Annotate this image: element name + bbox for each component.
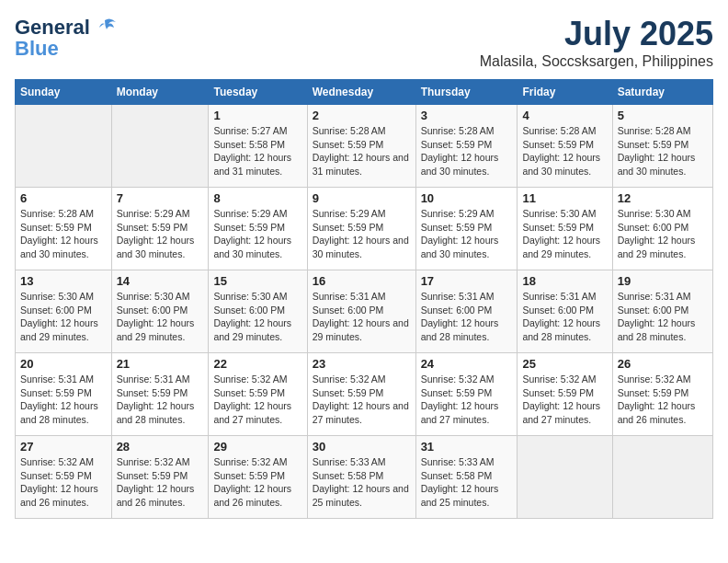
day-info: Sunrise: 5:32 AMSunset: 5:59 PMDaylight:… xyxy=(20,455,107,510)
day-number: 12 xyxy=(618,191,708,205)
calendar-header-row: Sunday Monday Tuesday Wednesday Thursday… xyxy=(16,80,713,105)
day-info: Sunrise: 5:31 AMSunset: 6:00 PMDaylight:… xyxy=(421,290,513,344)
day-info: Sunrise: 5:30 AMSunset: 6:00 PMDaylight:… xyxy=(20,290,107,344)
day-number: 8 xyxy=(213,191,301,205)
calendar-cell: 12Sunrise: 5:30 AMSunset: 6:00 PMDayligh… xyxy=(612,188,712,270)
day-info: Sunrise: 5:29 AMSunset: 5:59 PMDaylight:… xyxy=(213,207,301,261)
calendar-week-row: 27Sunrise: 5:32 AMSunset: 5:59 PMDayligh… xyxy=(16,436,713,519)
calendar-cell: 19Sunrise: 5:31 AMSunset: 6:00 PMDayligh… xyxy=(612,270,712,353)
col-monday: Monday xyxy=(111,80,209,105)
calendar-table: Sunday Monday Tuesday Wednesday Thursday… xyxy=(15,79,713,519)
calendar-cell: 8Sunrise: 5:29 AMSunset: 5:59 PMDaylight… xyxy=(209,188,307,270)
day-number: 9 xyxy=(313,191,411,205)
col-saturday: Saturday xyxy=(612,80,712,105)
day-info: Sunrise: 5:31 AMSunset: 6:00 PMDaylight:… xyxy=(522,290,607,344)
day-number: 18 xyxy=(522,274,607,288)
logo: General Blue xyxy=(15,15,118,61)
day-number: 30 xyxy=(313,440,411,454)
day-info: Sunrise: 5:28 AMSunset: 5:59 PMDaylight:… xyxy=(313,124,411,178)
day-info: Sunrise: 5:33 AMSunset: 5:58 PMDaylight:… xyxy=(421,455,513,510)
calendar-cell: 10Sunrise: 5:29 AMSunset: 5:59 PMDayligh… xyxy=(415,188,518,270)
day-info: Sunrise: 5:32 AMSunset: 5:59 PMDaylight:… xyxy=(117,455,204,510)
day-info: Sunrise: 5:33 AMSunset: 5:58 PMDaylight:… xyxy=(313,455,411,510)
title-block: July 2025 Malasila, Soccsksargen, Philip… xyxy=(480,15,713,70)
calendar-cell: 13Sunrise: 5:30 AMSunset: 6:00 PMDayligh… xyxy=(16,270,112,353)
calendar-week-row: 13Sunrise: 5:30 AMSunset: 6:00 PMDayligh… xyxy=(16,270,713,353)
day-number: 23 xyxy=(313,357,411,371)
day-info: Sunrise: 5:29 AMSunset: 5:59 PMDaylight:… xyxy=(421,207,513,261)
calendar-cell xyxy=(518,436,612,519)
calendar-cell: 20Sunrise: 5:31 AMSunset: 5:59 PMDayligh… xyxy=(16,353,112,436)
calendar-week-row: 6Sunrise: 5:28 AMSunset: 5:59 PMDaylight… xyxy=(16,188,713,270)
day-number: 29 xyxy=(213,440,301,454)
calendar-cell: 6Sunrise: 5:28 AMSunset: 5:59 PMDaylight… xyxy=(16,188,112,270)
calendar-week-row: 1Sunrise: 5:27 AMSunset: 5:58 PMDaylight… xyxy=(16,105,713,188)
calendar-cell: 15Sunrise: 5:30 AMSunset: 6:00 PMDayligh… xyxy=(209,270,307,353)
day-number: 14 xyxy=(117,274,204,288)
calendar-cell: 27Sunrise: 5:32 AMSunset: 5:59 PMDayligh… xyxy=(16,436,112,519)
day-number: 31 xyxy=(421,440,513,454)
day-number: 1 xyxy=(213,109,301,122)
day-number: 15 xyxy=(213,274,301,288)
calendar-cell: 9Sunrise: 5:29 AMSunset: 5:59 PMDaylight… xyxy=(307,188,415,270)
day-number: 3 xyxy=(421,109,513,122)
day-info: Sunrise: 5:28 AMSunset: 5:59 PMDaylight:… xyxy=(421,124,513,178)
day-info: Sunrise: 5:28 AMSunset: 5:59 PMDaylight:… xyxy=(20,207,107,261)
day-info: Sunrise: 5:27 AMSunset: 5:58 PMDaylight:… xyxy=(213,124,301,178)
day-number: 21 xyxy=(117,357,204,371)
calendar-cell: 26Sunrise: 5:32 AMSunset: 5:59 PMDayligh… xyxy=(612,353,712,436)
day-number: 28 xyxy=(117,440,204,454)
day-number: 13 xyxy=(20,274,107,288)
page-header: General Blue July 2025 Malasila, Soccsks… xyxy=(15,15,713,70)
calendar-cell xyxy=(111,105,209,188)
calendar-week-row: 20Sunrise: 5:31 AMSunset: 5:59 PMDayligh… xyxy=(16,353,713,436)
calendar-cell: 5Sunrise: 5:28 AMSunset: 5:59 PMDaylight… xyxy=(612,105,712,188)
day-info: Sunrise: 5:32 AMSunset: 5:59 PMDaylight:… xyxy=(313,373,411,427)
day-number: 24 xyxy=(421,357,513,371)
day-info: Sunrise: 5:32 AMSunset: 5:59 PMDaylight:… xyxy=(618,373,708,427)
day-info: Sunrise: 5:31 AMSunset: 5:59 PMDaylight:… xyxy=(20,373,107,427)
calendar-cell: 21Sunrise: 5:31 AMSunset: 5:59 PMDayligh… xyxy=(111,353,209,436)
day-number: 6 xyxy=(20,191,107,205)
calendar-cell: 24Sunrise: 5:32 AMSunset: 5:59 PMDayligh… xyxy=(415,353,518,436)
day-info: Sunrise: 5:30 AMSunset: 5:59 PMDaylight:… xyxy=(522,207,607,261)
calendar-subtitle: Malasila, Soccsksargen, Philippines xyxy=(480,53,713,70)
calendar-cell: 22Sunrise: 5:32 AMSunset: 5:59 PMDayligh… xyxy=(209,353,307,436)
day-number: 5 xyxy=(618,109,708,122)
day-number: 26 xyxy=(618,357,708,371)
day-number: 20 xyxy=(20,357,107,371)
day-info: Sunrise: 5:28 AMSunset: 5:59 PMDaylight:… xyxy=(522,124,607,178)
col-friday: Friday xyxy=(518,80,612,105)
day-info: Sunrise: 5:32 AMSunset: 5:59 PMDaylight:… xyxy=(213,455,301,510)
day-number: 25 xyxy=(522,357,607,371)
day-number: 11 xyxy=(522,191,607,205)
day-info: Sunrise: 5:30 AMSunset: 6:00 PMDaylight:… xyxy=(618,207,708,261)
calendar-cell: 1Sunrise: 5:27 AMSunset: 5:58 PMDaylight… xyxy=(209,105,307,188)
day-info: Sunrise: 5:30 AMSunset: 6:00 PMDaylight:… xyxy=(117,290,204,344)
day-number: 22 xyxy=(213,357,301,371)
calendar-cell: 16Sunrise: 5:31 AMSunset: 6:00 PMDayligh… xyxy=(307,270,415,353)
calendar-cell: 18Sunrise: 5:31 AMSunset: 6:00 PMDayligh… xyxy=(518,270,612,353)
col-wednesday: Wednesday xyxy=(307,80,415,105)
day-info: Sunrise: 5:32 AMSunset: 5:59 PMDaylight:… xyxy=(421,373,513,427)
calendar-cell: 31Sunrise: 5:33 AMSunset: 5:58 PMDayligh… xyxy=(415,436,518,519)
day-info: Sunrise: 5:32 AMSunset: 5:59 PMDaylight:… xyxy=(522,373,607,427)
day-number: 16 xyxy=(313,274,411,288)
day-info: Sunrise: 5:28 AMSunset: 5:59 PMDaylight:… xyxy=(618,124,708,178)
calendar-cell: 30Sunrise: 5:33 AMSunset: 5:58 PMDayligh… xyxy=(307,436,415,519)
day-info: Sunrise: 5:29 AMSunset: 5:59 PMDaylight:… xyxy=(117,207,204,261)
day-number: 17 xyxy=(421,274,513,288)
day-number: 7 xyxy=(117,191,204,205)
calendar-cell: 11Sunrise: 5:30 AMSunset: 5:59 PMDayligh… xyxy=(518,188,612,270)
logo-bird-icon xyxy=(92,15,118,40)
day-number: 2 xyxy=(313,109,411,122)
calendar-title: July 2025 xyxy=(480,15,713,53)
day-number: 4 xyxy=(522,109,607,122)
calendar-cell: 23Sunrise: 5:32 AMSunset: 5:59 PMDayligh… xyxy=(307,353,415,436)
day-info: Sunrise: 5:29 AMSunset: 5:59 PMDaylight:… xyxy=(313,207,411,261)
day-number: 27 xyxy=(20,440,107,454)
day-info: Sunrise: 5:31 AMSunset: 6:00 PMDaylight:… xyxy=(313,290,411,344)
calendar-cell: 17Sunrise: 5:31 AMSunset: 6:00 PMDayligh… xyxy=(415,270,518,353)
day-info: Sunrise: 5:32 AMSunset: 5:59 PMDaylight:… xyxy=(213,373,301,427)
calendar-cell: 28Sunrise: 5:32 AMSunset: 5:59 PMDayligh… xyxy=(111,436,209,519)
